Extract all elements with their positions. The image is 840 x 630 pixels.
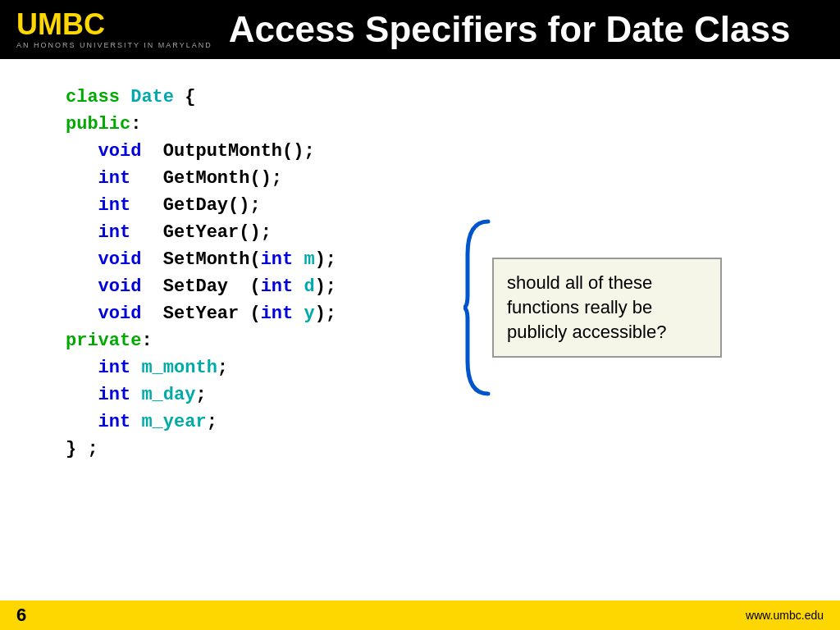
- code-line-2: public:: [66, 111, 774, 138]
- code-line-14: } ;: [66, 436, 774, 463]
- umbc-logo: UMBC AN HONORS UNIVERSITY IN MARYLAND: [16, 10, 212, 49]
- footer-url: www.umbc.edu: [746, 609, 824, 622]
- code-line-1: class Date {: [66, 84, 774, 111]
- code-line-3: void OutputMonth();: [66, 138, 774, 165]
- header: UMBC AN HONORS UNIVERSITY IN MARYLAND Ac…: [0, 0, 840, 59]
- umbc-subtitle: AN HONORS UNIVERSITY IN MARYLAND: [16, 41, 212, 49]
- footer: 6 www.umbc.edu: [0, 600, 840, 630]
- code-line-4: int GetMonth();: [66, 165, 774, 192]
- bracket-icon: [459, 213, 492, 402]
- umbc-wordmark: UMBC: [16, 10, 105, 39]
- page-number: 6: [16, 605, 26, 626]
- callout-box: should all of these functions really be …: [492, 258, 722, 357]
- slide-title: Access Specifiers for Date Class: [229, 9, 791, 50]
- callout-text: should all of these functions really be …: [507, 272, 666, 341]
- callout-container: should all of these functions really be …: [459, 213, 722, 402]
- slide-content: class Date { public: void OutputMonth();…: [0, 59, 840, 609]
- code-line-13: int m_year;: [66, 409, 774, 436]
